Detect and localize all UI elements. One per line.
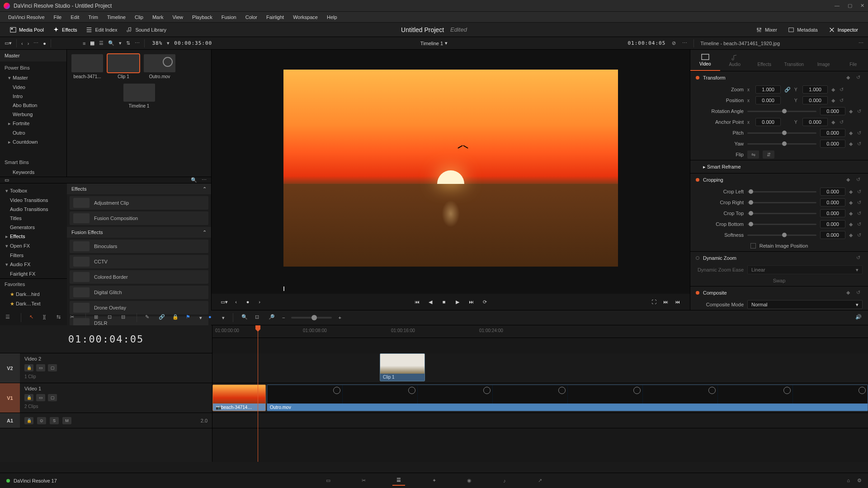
v1-lane[interactable]: 📷 beach-34714… Outro.mov [212, 383, 868, 413]
crop-top-slider[interactable] [747, 213, 816, 214]
dynzoom-enable-icon[interactable] [696, 256, 699, 260]
fx-search-icon[interactable]: 🔍 [191, 177, 197, 183]
a1-lane[interactable] [212, 413, 868, 428]
tl-zoom-icon[interactable]: 🔎 [269, 314, 276, 321]
bin-video[interactable]: Video [0, 83, 66, 92]
yaw-input[interactable] [820, 140, 845, 148]
v2-auto-button[interactable]: ▭ [36, 364, 45, 371]
bin-fortnite[interactable]: Fortnite [0, 119, 66, 128]
first-frame-icon[interactable]: ⏮ [413, 298, 420, 305]
nav-options-icon[interactable]: ⋯ [33, 40, 38, 46]
trim-tool-icon[interactable]: ][ [43, 314, 50, 321]
fx-cctv[interactable]: CCTV [70, 255, 208, 268]
rotation-input[interactable] [820, 107, 845, 115]
fx-effects[interactable]: Effects [0, 232, 67, 241]
link-clips-icon[interactable]: 🔗 [159, 314, 166, 321]
a1-record-button[interactable]: ⊙ [37, 417, 46, 424]
pos-x-input[interactable] [755, 96, 781, 104]
bin-master[interactable]: Master [0, 73, 66, 83]
fx-fairlight[interactable]: Fairlight FX [0, 269, 67, 278]
inspector-tab-image[interactable]: Image [809, 50, 839, 71]
a1-badge[interactable]: A1 [0, 413, 20, 428]
stop-icon[interactable]: ■ [440, 298, 448, 305]
fx-filters[interactable]: Filters [0, 251, 67, 260]
flip-v-button[interactable]: ⇵ [763, 150, 774, 159]
yaw-slider[interactable] [747, 143, 816, 145]
a1-lock-button[interactable]: 🔒 [24, 417, 33, 424]
crop-bottom-slider[interactable] [747, 224, 816, 225]
anchor-x-input[interactable] [755, 118, 781, 126]
flag-icon[interactable]: ⚑ [186, 314, 193, 321]
bin-view-icon[interactable]: ▭▾ [5, 40, 12, 46]
prev-edit-icon[interactable]: ‹ [232, 298, 240, 305]
v2-lock-button[interactable]: 🔒 [24, 364, 33, 371]
transform-enable-icon[interactable] [696, 76, 699, 80]
sort-icon[interactable]: ⇅ [126, 40, 130, 46]
settings-icon[interactable]: ⚙ [857, 478, 862, 483]
minimize-icon[interactable]: — [835, 3, 840, 9]
master-timecode[interactable]: 01:00:04:05 [627, 40, 665, 46]
pitch-slider[interactable] [747, 132, 816, 134]
menu-fusion[interactable]: Fusion [218, 14, 240, 21]
marker-dropdown-icon[interactable]: ▾ [222, 315, 225, 321]
playhead[interactable] [258, 325, 258, 462]
fx-more-icon[interactable]: ⋯ [202, 177, 207, 183]
menu-timeline[interactable]: Timeline [104, 14, 129, 21]
grid-view-icon[interactable]: ▦ [90, 40, 94, 46]
inspector-toggle[interactable]: Inspector [824, 25, 863, 35]
dynamic-trim-icon[interactable]: ⇆ [57, 314, 64, 321]
pitch-input[interactable] [820, 129, 845, 137]
zoom-x-input[interactable] [755, 85, 781, 94]
inspector-tab-file[interactable]: File [839, 50, 868, 71]
clip-beach[interactable]: beach-3471... [71, 54, 103, 79]
page-fusion[interactable]: ✦ [428, 476, 440, 486]
menu-color[interactable]: Color [242, 14, 261, 21]
bin-countdown[interactable]: Countdown [0, 137, 66, 147]
replace-clip-icon[interactable]: ⊟ [121, 314, 128, 321]
fx-titles[interactable]: Titles [0, 214, 67, 223]
timeline-ruler[interactable]: 01:00:00:00 01:00:08:00 01:00:16:00 01:0… [212, 325, 868, 338]
tl-zoom-fit-icon[interactable]: ⊡ [255, 314, 262, 321]
fullscreen-icon[interactable]: ⛶ [650, 298, 657, 305]
reset-icon[interactable]: ↺ [840, 87, 845, 93]
menu-edit[interactable]: Edit [67, 14, 83, 21]
menu-davinci[interactable]: DaVinci Resolve [5, 14, 48, 21]
composite-header[interactable]: Composite [703, 290, 843, 296]
menu-view[interactable]: View [169, 14, 187, 21]
a1-mute-button[interactable]: M [62, 417, 71, 424]
fx-binoculars[interactable]: Binoculars [70, 239, 208, 253]
maximize-icon[interactable]: ▢ [848, 3, 852, 9]
menu-workspace[interactable]: Workspace [289, 14, 321, 21]
menu-playback[interactable]: Playback [189, 14, 216, 21]
timeline-zoom-slider[interactable] [291, 317, 332, 319]
nav-fwd-icon[interactable]: › [28, 41, 29, 46]
flag-dropdown-icon[interactable]: ▾ [199, 315, 202, 321]
tl-view-options-icon[interactable]: ☰ [5, 314, 13, 321]
v2-enable-button[interactable]: ▢ [48, 364, 57, 371]
audio-meter-icon[interactable]: 🔊 [855, 314, 863, 321]
link-icon[interactable]: 🔗 [784, 87, 791, 93]
strip-view-icon[interactable]: ≡ [83, 41, 85, 46]
fav-2[interactable]: ★ Dark…Text [0, 299, 67, 309]
nav-back-icon[interactable]: ‹ [21, 41, 23, 46]
viewer[interactable] [212, 50, 690, 286]
loop-icon[interactable]: ⟳ [481, 298, 488, 305]
metadata-toggle[interactable]: Metadata [783, 25, 822, 35]
prev-frame-icon[interactable]: ◀ [427, 298, 434, 305]
softness-input[interactable] [820, 231, 845, 239]
inspector-tab-transition[interactable]: Transition [779, 50, 809, 71]
bin-layout-icon[interactable]: ▭ [5, 177, 9, 183]
play-icon[interactable]: ▶ [454, 298, 461, 305]
zoom-y-input[interactable] [802, 85, 828, 94]
toolbox-node[interactable]: Toolbox [0, 186, 67, 196]
menu-clip[interactable]: Clip [131, 14, 147, 21]
clip-timeline[interactable]: Timeline 1 [71, 84, 207, 108]
sound-library-toggle[interactable]: Sound Library [122, 25, 171, 35]
edit-index-toggle[interactable]: Edit Index [81, 25, 122, 35]
page-media[interactable]: ▭ [322, 476, 335, 486]
go-start-icon[interactable]: ⏮ [674, 298, 681, 305]
transform-header[interactable]: Transform [703, 75, 843, 80]
kf-icon[interactable]: ◆ [831, 87, 836, 93]
crop-left-input[interactable] [820, 188, 845, 196]
composite-enable-icon[interactable] [696, 291, 699, 295]
